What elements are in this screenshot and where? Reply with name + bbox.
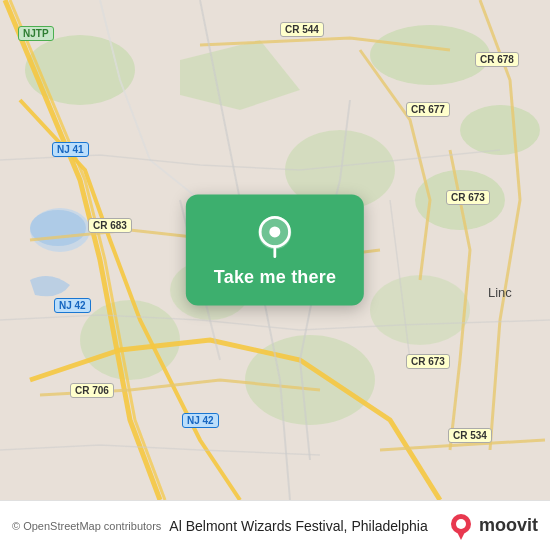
bottom-bar: © OpenStreetMap contributors Al Belmont …	[0, 500, 550, 550]
city-label-linc: Linc	[488, 285, 512, 300]
road-label-cr673a: CR 673	[446, 190, 490, 205]
road-label-cr544: CR 544	[280, 22, 324, 37]
road-label-cr534: CR 534	[448, 428, 492, 443]
road-label-cr678: CR 678	[475, 52, 519, 67]
osm-credit: © OpenStreetMap contributors	[12, 520, 161, 532]
road-label-njtp: NJTP	[18, 26, 54, 41]
road-label-nj42a: NJ 42	[54, 298, 91, 313]
map-container: NJTP NJ 41 CR 544 CR 677 CR 678 CR 683 C…	[0, 0, 550, 500]
svg-point-15	[269, 226, 280, 237]
moovit-logo: moovit	[447, 512, 538, 540]
svg-marker-18	[457, 532, 465, 540]
road-label-nj42b: NJ 42	[182, 413, 219, 428]
svg-point-3	[460, 105, 540, 155]
road-label-cr706: CR 706	[70, 383, 114, 398]
svg-point-9	[370, 275, 470, 345]
road-label-cr677: CR 677	[406, 102, 450, 117]
moovit-brand-icon	[447, 512, 475, 540]
location-pin-icon	[253, 215, 297, 259]
take-me-there-button[interactable]: Take me there	[186, 195, 364, 306]
moovit-brand-label: moovit	[479, 515, 538, 536]
road-label-cr683: CR 683	[88, 218, 132, 233]
svg-point-2	[370, 25, 490, 85]
svg-point-17	[456, 519, 466, 529]
svg-point-8	[245, 335, 375, 425]
take-me-there-label: Take me there	[214, 267, 336, 288]
road-label-cr673b: CR 673	[406, 354, 450, 369]
location-title: Al Belmont Wizards Festival, Philadelphi…	[169, 518, 439, 534]
road-label-nj41: NJ 41	[52, 142, 89, 157]
